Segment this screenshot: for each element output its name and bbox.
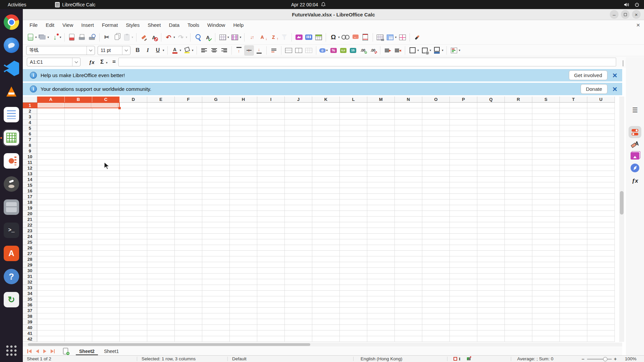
background-color-button[interactable]: ▾ bbox=[432, 45, 444, 56]
row-header-2[interactable]: 2 bbox=[23, 108, 37, 114]
row-header-10[interactable]: 10 bbox=[23, 154, 37, 160]
row-header-38[interactable]: 38 bbox=[23, 313, 37, 319]
column-header-S[interactable]: S bbox=[532, 97, 560, 103]
row-header-36[interactable]: 36 bbox=[23, 302, 37, 308]
row-header-33[interactable]: 33 bbox=[23, 285, 37, 291]
dropdown-arrow-icon[interactable]: ▾ bbox=[173, 36, 175, 39]
add-sheet-button[interactable] bbox=[61, 348, 70, 355]
underline-button[interactable]: U▾ bbox=[153, 45, 165, 56]
menu-view[interactable]: View bbox=[58, 20, 77, 30]
files-dock-item[interactable] bbox=[3, 198, 20, 216]
close-document-button[interactable]: × bbox=[636, 20, 640, 30]
row-header-35[interactable]: 35 bbox=[23, 296, 37, 302]
row-header-39[interactable]: 39 bbox=[23, 319, 37, 325]
styles-sidebar-button[interactable]: A bbox=[631, 141, 639, 147]
merge-and-center-cells-button[interactable] bbox=[284, 45, 293, 56]
thunderbird-dock-item[interactable] bbox=[3, 37, 20, 54]
insert-columns-button[interactable]: ▾ bbox=[230, 32, 242, 43]
column-header-P[interactable]: P bbox=[450, 97, 477, 103]
print-preview-button[interactable] bbox=[87, 32, 97, 43]
font-name-input[interactable] bbox=[26, 48, 87, 53]
row-header-9[interactable]: 9 bbox=[23, 148, 37, 154]
font-size-dropdown[interactable] bbox=[122, 46, 130, 55]
merge-cells-button[interactable] bbox=[294, 45, 304, 56]
select-function-button[interactable]: Σ bbox=[99, 59, 105, 65]
italic-button[interactable]: I bbox=[143, 45, 153, 56]
copy-button[interactable] bbox=[112, 32, 122, 43]
row-header-42[interactable]: 42 bbox=[23, 336, 37, 342]
format-as-number-button[interactable]: 0,0 bbox=[338, 45, 348, 56]
row-header-15[interactable]: 15 bbox=[23, 182, 37, 188]
headers-footers-button[interactable] bbox=[361, 32, 370, 43]
close-button[interactable]: × bbox=[632, 10, 641, 19]
zoom-slider[interactable] bbox=[587, 359, 612, 360]
row-header-31[interactable]: 31 bbox=[23, 274, 37, 279]
function-wizard-button[interactable]: ƒx bbox=[87, 59, 96, 65]
properties-sidebar-button[interactable] bbox=[629, 126, 641, 138]
undo-button[interactable]: ↶▾ bbox=[164, 32, 176, 43]
dropdown-arrow-icon[interactable]: ▾ bbox=[459, 49, 461, 52]
open-button[interactable]: ▾ bbox=[38, 32, 50, 43]
row-header-17[interactable]: 17 bbox=[23, 194, 37, 199]
insert-pivot-table-button[interactable] bbox=[314, 32, 323, 43]
menu-tools[interactable]: Tools bbox=[183, 20, 203, 30]
row-header-19[interactable]: 19 bbox=[23, 205, 37, 211]
column-header-O[interactable]: O bbox=[422, 97, 450, 103]
vlc-dock-item[interactable] bbox=[3, 83, 20, 100]
row-header-41[interactable]: 41 bbox=[23, 330, 37, 336]
dropdown-arrow-icon[interactable]: ▾ bbox=[48, 36, 49, 39]
cell-reference-input[interactable] bbox=[27, 59, 72, 65]
language-status[interactable]: English (Hong Kong) bbox=[361, 356, 402, 362]
menu-help[interactable]: Help bbox=[229, 20, 248, 30]
format-as-date-button[interactable]: 15 bbox=[348, 45, 358, 56]
dropdown-arrow-icon[interactable]: ▾ bbox=[338, 36, 340, 39]
row-header-28[interactable]: 28 bbox=[23, 256, 37, 262]
split-window-button[interactable] bbox=[397, 32, 407, 43]
special-character-button[interactable]: Ω▾ bbox=[328, 32, 340, 43]
signature-icon[interactable] bbox=[467, 357, 471, 360]
row-header-22[interactable]: 22 bbox=[23, 222, 37, 228]
decrease-indent-button[interactable]: ◂ bbox=[393, 45, 402, 56]
select-function-dropdown[interactable]: ▾ bbox=[106, 61, 108, 64]
menu-edit[interactable]: Edit bbox=[42, 20, 58, 30]
row-header-27[interactable]: 27 bbox=[23, 251, 37, 256]
selection-handle[interactable] bbox=[118, 107, 121, 109]
freeze-rows-columns-button[interactable]: ▾ bbox=[385, 32, 397, 43]
spelling-button[interactable]: A bbox=[203, 32, 213, 43]
restore-button[interactable] bbox=[621, 10, 630, 19]
app-center-dock-item[interactable]: A bbox=[3, 245, 20, 262]
insert-mode-icon[interactable] bbox=[453, 357, 457, 361]
close-infobar-button[interactable]: × bbox=[607, 84, 622, 94]
sort-button[interactable]: ↓↑ bbox=[247, 32, 257, 43]
titlebar[interactable]: FutureValue.xlsx - LibreOffice Calc – × bbox=[23, 9, 644, 20]
formula-input[interactable] bbox=[118, 58, 616, 66]
column-header-A[interactable]: A bbox=[37, 97, 65, 103]
menu-insert[interactable]: Insert bbox=[77, 20, 98, 30]
row-header-7[interactable]: 7 bbox=[23, 137, 37, 142]
dropdown-arrow-icon[interactable]: ▾ bbox=[240, 36, 241, 39]
define-print-area-button[interactable] bbox=[375, 32, 385, 43]
select-all-corner[interactable] bbox=[23, 97, 37, 103]
software-updater-dock-item[interactable]: ↻ bbox=[3, 291, 20, 308]
dropdown-arrow-icon[interactable]: ▾ bbox=[227, 36, 229, 39]
dropdown-arrow-icon[interactable]: ▾ bbox=[192, 49, 194, 52]
vscode-dock-item[interactable] bbox=[3, 60, 20, 77]
sheet-tab-sheet1[interactable]: Sheet1 bbox=[99, 347, 123, 355]
sort-descending-button[interactable]: Z↑ bbox=[268, 32, 279, 43]
insert-chart-button[interactable] bbox=[304, 32, 313, 43]
menu-format[interactable]: Format bbox=[98, 20, 122, 30]
increase-indent-button[interactable]: ▸ bbox=[383, 45, 392, 56]
font-color-button[interactable]: A▾ bbox=[170, 45, 182, 56]
column-header-D[interactable]: D bbox=[120, 97, 147, 103]
delete-decimal-place-button[interactable]: .00 bbox=[368, 45, 378, 56]
insert-comment-button[interactable] bbox=[351, 32, 360, 43]
dropdown-arrow-icon[interactable]: ▾ bbox=[417, 49, 419, 52]
average-sum-status[interactable]: Average: ; Sum: 0 bbox=[517, 356, 553, 362]
bold-button[interactable]: B bbox=[133, 45, 143, 56]
column-header-N[interactable]: N bbox=[395, 97, 422, 103]
activities-button[interactable]: Activities bbox=[6, 2, 28, 7]
zoom-out-button[interactable]: – bbox=[582, 356, 584, 362]
column-header-H[interactable]: H bbox=[230, 97, 257, 103]
focused-app-indicator[interactable]: LibreOffice Calc bbox=[55, 2, 95, 7]
hyperlink-button[interactable] bbox=[341, 32, 351, 43]
